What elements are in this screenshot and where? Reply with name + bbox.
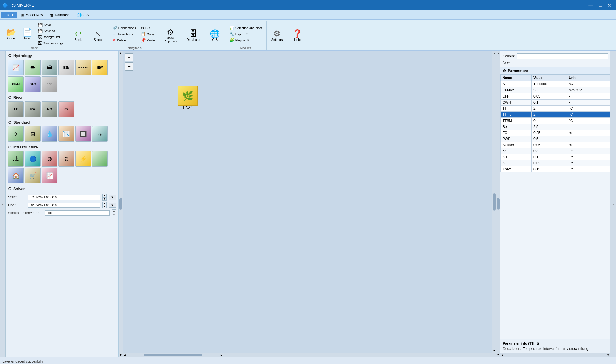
param-value[interactable]: 5 <box>532 87 567 93</box>
hscroll-thumb[interactable] <box>144 354 202 356</box>
end-input[interactable] <box>28 203 100 208</box>
start-input[interactable] <box>28 195 100 200</box>
close-button[interactable]: ✕ <box>605 2 614 9</box>
paste-button[interactable]: 📌 Paste <box>139 37 157 43</box>
table-row[interactable]: Ku 0.1 1/d <box>501 154 610 160</box>
maximize-button[interactable]: □ <box>597 2 604 9</box>
menu-database[interactable]: ▦ Database <box>46 12 73 19</box>
help-button[interactable]: ❓ Help <box>290 29 305 43</box>
left-nav-arrow[interactable]: ‹ <box>0 51 6 357</box>
table-row[interactable]: TTInt 2 °C <box>501 112 610 118</box>
param-value[interactable]: 0.25 <box>532 130 567 136</box>
component-s3[interactable]: 💧 <box>42 126 57 142</box>
right-vscroll-top[interactable]: ▲ ▼ <box>496 51 500 357</box>
start-spinner[interactable]: ▲ ▼ <box>102 194 107 201</box>
component-mc[interactable]: MC <box>42 101 57 117</box>
table-row[interactable]: A 1000000 m2 <box>501 81 610 87</box>
timestep-down-arrow[interactable]: ▼ <box>112 213 116 216</box>
table-row[interactable]: CWH 0.1 - <box>501 100 610 106</box>
param-value[interactable]: 0.3 <box>532 148 567 154</box>
component-gsm[interactable]: GSM <box>58 60 74 75</box>
search-input[interactable] <box>517 53 608 59</box>
start-calendar-btn[interactable]: ▼ <box>109 195 116 200</box>
component-i1[interactable]: 🏞 <box>8 151 24 167</box>
menu-model-new[interactable]: ⊞ Model New <box>17 12 46 19</box>
copy-button[interactable]: 📋 Copy <box>139 31 157 37</box>
selection-plots-button[interactable]: 📊 Selection and plots <box>228 25 264 31</box>
hbv-canvas-component[interactable]: 🌿 HBV 1 <box>178 86 198 110</box>
canvas-hscroll[interactable]: ◄ ► <box>123 353 496 357</box>
canvas-vscroll-up[interactable]: ▲ <box>493 52 496 55</box>
zoom-out-button[interactable]: − <box>125 62 133 71</box>
minimize-button[interactable]: — <box>586 2 595 9</box>
table-row[interactable]: Beta 2.5 - <box>501 124 610 130</box>
start-up-arrow[interactable]: ▲ <box>102 194 107 197</box>
plugins-button[interactable]: 🧩 Plugins ▼ <box>228 37 264 43</box>
left-panel-scroll[interactable]: ⊙ Hydrology 📈 🌧 🏔 GSM SOCONT HBV GR4J SA… <box>6 51 118 357</box>
hbv-icon[interactable]: 🌿 <box>178 86 198 106</box>
cut-button[interactable]: ✂ Cut <box>139 25 157 31</box>
component-s4[interactable]: 📉 <box>58 126 74 142</box>
select-button[interactable]: ↖ Select <box>91 29 106 43</box>
gis-ribbon-button[interactable]: 🌐 GIS <box>208 29 223 43</box>
end-down-arrow[interactable]: ▼ <box>102 205 107 209</box>
timestep-spinner[interactable]: ▲ ▼ <box>112 209 116 216</box>
component-kw[interactable]: KW <box>25 101 41 117</box>
param-value[interactable]: 0.15 <box>532 166 567 172</box>
component-i9[interactable]: 📈 <box>42 168 57 183</box>
table-row[interactable]: SUMax 0.05 m <box>501 142 610 148</box>
param-value[interactable]: 1000000 <box>532 81 567 87</box>
infrastructure-section-header[interactable]: ⊙ Infrastructure <box>8 145 116 149</box>
component-h2[interactable]: 🌧 <box>25 60 41 75</box>
end-spinner[interactable]: ▲ ▼ <box>102 202 107 208</box>
param-value[interactable]: 0 <box>532 118 567 124</box>
component-s5[interactable]: 🔲 <box>75 126 91 142</box>
right-vscroll-up[interactable]: ▲ <box>497 52 500 55</box>
canvas-area[interactable]: + − 🌿 HBV 1 ◄ ► ▲ ▼ <box>123 51 496 357</box>
zoom-in-button[interactable]: + <box>125 53 133 61</box>
table-row[interactable]: CFR 0.05 - <box>501 93 610 100</box>
timestep-input[interactable] <box>45 210 110 216</box>
component-s6[interactable]: ≋ <box>92 126 108 142</box>
component-i5[interactable]: ⚡ <box>75 151 91 167</box>
right-nav-arrow[interactable]: › <box>610 51 616 357</box>
canvas-vscroll-right[interactable]: ▲ ▼ <box>492 51 496 353</box>
menu-gis[interactable]: 🌐 GIS <box>73 12 92 19</box>
table-row[interactable]: Kr 0.3 1/d <box>501 148 610 154</box>
component-s1[interactable]: ✈ <box>8 126 24 142</box>
database-ribbon-button[interactable]: 🗄 Database <box>184 29 203 43</box>
table-row[interactable]: PWP 0.5 - <box>501 136 610 142</box>
component-sv[interactable]: SV <box>58 101 74 117</box>
component-h3[interactable]: 🏔 <box>42 60 57 75</box>
solver-section-header[interactable]: ⊙ Solver <box>8 186 116 191</box>
component-scs[interactable]: SCS <box>42 76 57 92</box>
right-vscroll-thumb[interactable] <box>497 198 500 210</box>
back-button[interactable]: ↩ Back <box>71 29 86 43</box>
component-i8[interactable]: 🛒 <box>25 168 41 183</box>
table-row[interactable]: Kperc 0.15 1/d <box>501 166 610 172</box>
component-i7[interactable]: 🏠 <box>8 168 24 183</box>
model-properties-button[interactable]: ⚙ ModelProperties <box>162 27 179 44</box>
expert-button[interactable]: 🔧 Expert ▼ <box>228 31 264 37</box>
vscroll-up-arrow[interactable]: ▲ <box>119 52 122 55</box>
hscroll-left-arrow[interactable]: ◄ <box>123 354 127 357</box>
vscroll-down-arrow[interactable]: ▼ <box>119 353 122 356</box>
standard-section-header[interactable]: ⊙ Standard <box>8 120 116 124</box>
canvas-vscroll-thumb[interactable] <box>493 193 496 211</box>
table-row[interactable]: TT 2 °C <box>501 106 610 112</box>
component-i3[interactable]: ⊗ <box>42 151 57 167</box>
transitions-button[interactable]: → Transitions <box>111 31 138 37</box>
component-i6[interactable]: ⑂ <box>92 151 108 167</box>
component-hbv-list[interactable]: HBV <box>92 60 108 75</box>
table-row[interactable]: FC 0.25 m <box>501 130 610 136</box>
table-row[interactable]: TTSM 0 °C <box>501 118 610 124</box>
param-value[interactable]: 0.05 <box>532 142 567 148</box>
right-hscroll-down2[interactable]: ▼ <box>607 354 610 357</box>
param-value[interactable]: 0.1 <box>532 154 567 160</box>
save-as-image-button[interactable]: 🖼 Save as image <box>36 40 66 46</box>
right-vscroll-down[interactable]: ▼ <box>497 353 500 356</box>
menu-file[interactable]: File ▼ <box>1 12 17 18</box>
save-button[interactable]: 💾 Save <box>36 22 66 28</box>
param-value[interactable]: 0.05 <box>532 93 567 100</box>
component-i4[interactable]: ⊘ <box>58 151 74 167</box>
